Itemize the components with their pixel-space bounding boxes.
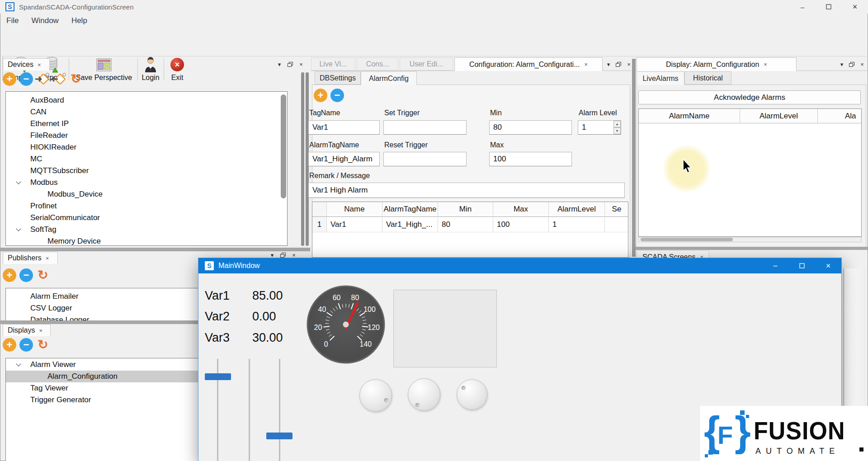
tab-user-editor[interactable]: User Edi...: [400, 57, 453, 71]
displays-remove-button[interactable]: −: [19, 338, 33, 352]
subtab-dbsettings[interactable]: DBSettings: [315, 71, 361, 85]
displays-tab-close-icon[interactable]: ×: [39, 327, 42, 334]
vertical-splitter[interactable]: [632, 59, 636, 257]
center-float-icon[interactable]: [614, 61, 623, 68]
right-float-icon[interactable]: [847, 61, 856, 68]
tagname-field[interactable]: [308, 120, 380, 135]
import-tags-button[interactable]: [34, 72, 51, 88]
device-item[interactable]: CAN: [6, 106, 287, 118]
displays-refresh-button[interactable]: ↻: [36, 338, 50, 352]
header-min[interactable]: Min: [438, 202, 493, 216]
devices-panel-tab[interactable]: Devices ×: [3, 58, 50, 71]
device-item[interactable]: Modbus_Device: [6, 188, 287, 200]
displays-add-button[interactable]: +: [3, 338, 16, 352]
exit-button[interactable]: × Exit: [165, 56, 189, 83]
devices-menu-icon[interactable]: ▾: [275, 61, 284, 68]
minimize-button[interactable]: –: [792, 0, 813, 14]
slider2-track[interactable]: [249, 359, 250, 461]
menu-window[interactable]: Window: [25, 14, 65, 28]
device-label: Memory Device: [6, 237, 101, 246]
devices-refresh-button[interactable]: ↻: [69, 72, 83, 86]
slider1-handle[interactable]: [205, 373, 231, 380]
mw-close-button[interactable]: ×: [818, 258, 839, 273]
center-menu-icon[interactable]: ▾: [604, 61, 613, 68]
menu-help[interactable]: Help: [65, 14, 94, 28]
alarm-remove-button[interactable]: −: [330, 89, 344, 102]
header-alarmname[interactable]: AlarmName: [639, 109, 740, 123]
alarmtagname-field[interactable]: [308, 152, 380, 166]
right-hscrollbar[interactable]: [638, 237, 862, 242]
devices-scrollbar[interactable]: [281, 94, 286, 198]
header-settrigger[interactable]: Se: [605, 202, 628, 216]
tab-live-view[interactable]: Live Vi...: [311, 57, 355, 71]
devices-float-icon[interactable]: [286, 61, 295, 68]
vertical-splitter[interactable]: [301, 72, 304, 246]
fusion-brace-icon: { F }: [704, 409, 755, 459]
alarm-table-row[interactable]: 1 Var1 Var1_High_... 80 100 1: [312, 217, 628, 232]
publishers-remove-button[interactable]: −: [19, 268, 33, 282]
device-item[interactable]: MC: [6, 153, 287, 165]
alarm-add-button[interactable]: +: [314, 89, 327, 102]
devices-remove-button[interactable]: −: [19, 72, 33, 86]
devices-add-button[interactable]: +: [3, 72, 16, 86]
horizontal-splitter[interactable]: [636, 247, 868, 250]
main-window-titlebar[interactable]: S MainWindow – ×: [198, 258, 841, 273]
subtab-historical[interactable]: Historical: [684, 71, 731, 85]
slider3-track[interactable]: [279, 359, 280, 461]
tab-display-alarm-configuration[interactable]: Display: Alarm_Configuration ×: [637, 57, 797, 71]
header-alarm-clipped[interactable]: Ala: [818, 109, 862, 123]
header-alarmtagname[interactable]: AlarmTagName: [382, 202, 438, 216]
maximize-button[interactable]: [818, 0, 839, 14]
header-max[interactable]: Max: [493, 202, 549, 216]
subtab-alarmconfig[interactable]: AlarmConfig: [361, 71, 417, 85]
device-item[interactable]: HIOKIReader: [6, 141, 287, 153]
header-alarmlevel[interactable]: AlarmLevel: [740, 109, 818, 123]
devices-close-icon[interactable]: ×: [297, 61, 306, 68]
device-item[interactable]: MQTTSubscriber: [6, 165, 287, 177]
device-item[interactable]: SerialCommunicator: [6, 212, 287, 224]
knob-2[interactable]: [408, 378, 440, 411]
remark-field[interactable]: [308, 183, 625, 198]
close-button[interactable]: ×: [844, 0, 865, 14]
spinner-down-button[interactable]: ▼: [613, 127, 621, 134]
max-field[interactable]: [489, 152, 572, 166]
device-item[interactable]: FileReader: [6, 130, 287, 141]
tab-console[interactable]: Cons...: [357, 57, 398, 71]
spinner-up-button[interactable]: ▲: [613, 121, 621, 127]
publishers-tab-close-icon[interactable]: ×: [46, 255, 49, 262]
mw-maximize-button[interactable]: [792, 258, 812, 273]
menu-file[interactable]: File: [0, 14, 25, 28]
device-item-softtag[interactable]: SoftTag: [6, 224, 287, 235]
acknowledge-alarms-button[interactable]: Acknowledge Alarms: [638, 90, 861, 104]
header-name[interactable]: Name: [327, 202, 382, 216]
export-tags-button[interactable]: [51, 72, 67, 88]
header-alarmlevel[interactable]: AlarmLevel: [549, 202, 605, 216]
login-button[interactable]: Login: [139, 56, 162, 83]
right-hscroll-thumb[interactable]: [641, 238, 733, 241]
knob-1[interactable]: [359, 379, 392, 412]
mw-minimize-button[interactable]: –: [765, 258, 786, 273]
subtab-livealarms[interactable]: LiveAlarms: [637, 71, 684, 85]
right-menu-icon[interactable]: ▾: [837, 61, 846, 68]
device-item[interactable]: Memory Device: [6, 235, 287, 246]
publishers-refresh-button[interactable]: ↻: [36, 268, 50, 282]
device-item[interactable]: Ethernet IP: [6, 118, 287, 130]
publishers-panel-tab[interactable]: Publishers ×: [3, 252, 58, 264]
publishers-add-button[interactable]: +: [3, 268, 16, 282]
right-close-icon[interactable]: ×: [858, 61, 867, 68]
device-item-modbus[interactable]: Modbus: [6, 177, 287, 188]
min-field[interactable]: [489, 120, 572, 135]
devices-tab-close-icon[interactable]: ×: [38, 61, 41, 68]
slider3-handle[interactable]: [266, 433, 292, 439]
device-item[interactable]: AuxBoard: [6, 94, 287, 106]
settrigger-field[interactable]: [383, 120, 467, 135]
display-label: Alarm_Configuration: [6, 372, 118, 381]
tab-configuration-active[interactable]: Configuration: Alarm_Configurati... ×: [454, 57, 603, 71]
knob-3[interactable]: [457, 379, 487, 410]
tab-close-icon[interactable]: ×: [764, 61, 767, 68]
resettrigger-field[interactable]: [383, 152, 467, 166]
tab-close-icon[interactable]: ×: [584, 61, 588, 68]
horizontal-splitter[interactable]: [0, 248, 310, 251]
displays-panel-tab[interactable]: Displays ×: [3, 324, 51, 336]
device-item[interactable]: Profinet: [6, 200, 287, 212]
